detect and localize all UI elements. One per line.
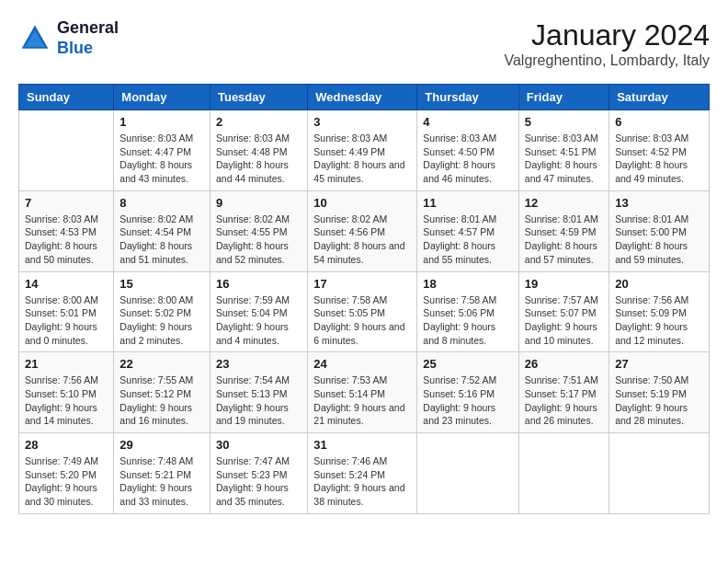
calendar-day-cell: 25 Sunrise: 7:52 AMSunset: 5:16 PMDaylig… (417, 352, 519, 433)
day-number: 18 (423, 277, 513, 291)
day-number: 12 (525, 196, 603, 210)
calendar-day-cell: 8 Sunrise: 8:02 AMSunset: 4:54 PMDayligh… (114, 190, 210, 271)
day-number: 13 (615, 196, 703, 210)
day-number: 2 (216, 115, 301, 129)
calendar-day-cell: 27 Sunrise: 7:50 AMSunset: 5:19 PMDaylig… (609, 352, 710, 433)
day-number: 26 (525, 357, 603, 371)
day-info: Sunrise: 7:59 AMSunset: 5:04 PMDaylight:… (216, 293, 301, 348)
day-info: Sunrise: 8:01 AMSunset: 4:59 PMDaylight:… (525, 213, 603, 267)
calendar-week-row: 28 Sunrise: 7:49 AMSunset: 5:20 PMDaylig… (19, 433, 710, 514)
calendar-day-cell: 13 Sunrise: 8:01 AMSunset: 5:00 PMDaylig… (609, 190, 710, 271)
day-number: 22 (119, 357, 204, 371)
day-info: Sunrise: 8:03 AMSunset: 4:51 PMDaylight:… (525, 132, 603, 186)
day-info: Sunrise: 7:48 AMSunset: 5:21 PMDaylight:… (119, 454, 204, 509)
day-number: 27 (615, 357, 703, 371)
calendar-day-cell: 11 Sunrise: 8:01 AMSunset: 4:57 PMDaylig… (417, 190, 519, 271)
day-number: 24 (313, 357, 411, 371)
day-info: Sunrise: 7:50 AMSunset: 5:19 PMDaylight:… (615, 373, 703, 428)
header-friday: Friday (518, 85, 609, 110)
calendar-week-row: 1 Sunrise: 8:03 AMSunset: 4:47 PMDayligh… (19, 110, 710, 191)
day-info: Sunrise: 7:57 AMSunset: 5:07 PMDaylight:… (525, 293, 603, 348)
page-title: January 2024 (504, 18, 710, 52)
day-info: Sunrise: 8:00 AMSunset: 5:01 PMDaylight:… (25, 293, 108, 348)
calendar-day-cell (19, 110, 114, 191)
day-number: 1 (119, 115, 204, 129)
day-number: 29 (119, 438, 204, 452)
calendar-day-cell: 16 Sunrise: 7:59 AMSunset: 5:04 PMDaylig… (210, 271, 307, 352)
day-number: 17 (313, 277, 411, 291)
logo-text: General Blue (57, 18, 119, 58)
day-info: Sunrise: 7:49 AMSunset: 5:20 PMDaylight:… (25, 454, 108, 509)
day-info: Sunrise: 8:03 AMSunset: 4:53 PMDaylight:… (25, 213, 108, 267)
calendar-day-cell: 14 Sunrise: 8:00 AMSunset: 5:01 PMDaylig… (19, 271, 114, 352)
calendar-day-cell: 9 Sunrise: 8:02 AMSunset: 4:55 PMDayligh… (210, 190, 307, 271)
title-block: January 2024 Valgreghentino, Lombardy, I… (504, 18, 710, 69)
header-monday: Monday (114, 85, 210, 110)
day-number: 25 (423, 357, 513, 371)
calendar-day-cell: 18 Sunrise: 7:58 AMSunset: 5:06 PMDaylig… (417, 271, 519, 352)
logo-line2: Blue (57, 39, 93, 57)
day-info: Sunrise: 8:02 AMSunset: 4:56 PMDaylight:… (313, 213, 411, 267)
calendar-day-cell (609, 433, 710, 514)
day-info: Sunrise: 8:03 AMSunset: 4:47 PMDaylight:… (119, 132, 204, 186)
day-number: 8 (119, 196, 204, 210)
day-info: Sunrise: 7:58 AMSunset: 5:05 PMDaylight:… (313, 293, 411, 348)
weekday-header-row: Sunday Monday Tuesday Wednesday Thursday… (19, 85, 710, 110)
calendar-day-cell: 23 Sunrise: 7:54 AMSunset: 5:13 PMDaylig… (210, 352, 307, 433)
calendar-day-cell: 30 Sunrise: 7:47 AMSunset: 5:23 PMDaylig… (210, 433, 307, 514)
calendar-day-cell: 26 Sunrise: 7:51 AMSunset: 5:17 PMDaylig… (518, 352, 609, 433)
calendar-week-row: 7 Sunrise: 8:03 AMSunset: 4:53 PMDayligh… (19, 190, 710, 271)
day-info: Sunrise: 8:03 AMSunset: 4:50 PMDaylight:… (423, 132, 513, 186)
page-header: General Blue January 2024 Valgreghentino… (18, 18, 710, 69)
header-saturday: Saturday (609, 85, 710, 110)
calendar-day-cell: 24 Sunrise: 7:53 AMSunset: 5:14 PMDaylig… (308, 352, 417, 433)
calendar-day-cell: 19 Sunrise: 7:57 AMSunset: 5:07 PMDaylig… (518, 271, 609, 352)
calendar-week-row: 21 Sunrise: 7:56 AMSunset: 5:10 PMDaylig… (19, 352, 710, 433)
day-number: 20 (615, 277, 703, 291)
day-info: Sunrise: 8:03 AMSunset: 4:49 PMDaylight:… (313, 132, 411, 186)
calendar-day-cell: 12 Sunrise: 8:01 AMSunset: 4:59 PMDaylig… (518, 190, 609, 271)
day-number: 11 (423, 196, 513, 210)
day-number: 16 (216, 277, 301, 291)
day-number: 31 (313, 438, 411, 452)
day-number: 15 (119, 277, 204, 291)
day-number: 3 (313, 115, 411, 129)
calendar-day-cell: 31 Sunrise: 7:46 AMSunset: 5:24 PMDaylig… (308, 433, 417, 514)
day-number: 19 (525, 277, 603, 291)
header-sunday: Sunday (19, 85, 114, 110)
logo: General Blue (18, 18, 119, 58)
calendar-day-cell: 10 Sunrise: 8:02 AMSunset: 4:56 PMDaylig… (308, 190, 417, 271)
day-info: Sunrise: 7:56 AMSunset: 5:10 PMDaylight:… (25, 373, 108, 428)
calendar-day-cell: 29 Sunrise: 7:48 AMSunset: 5:21 PMDaylig… (114, 433, 210, 514)
day-number: 14 (25, 277, 108, 291)
day-number: 30 (216, 438, 301, 452)
calendar-day-cell: 17 Sunrise: 7:58 AMSunset: 5:05 PMDaylig… (308, 271, 417, 352)
calendar-day-cell: 21 Sunrise: 7:56 AMSunset: 5:10 PMDaylig… (19, 352, 114, 433)
day-number: 9 (216, 196, 301, 210)
day-info: Sunrise: 8:02 AMSunset: 4:54 PMDaylight:… (119, 213, 204, 267)
day-info: Sunrise: 7:46 AMSunset: 5:24 PMDaylight:… (313, 454, 411, 509)
day-info: Sunrise: 7:47 AMSunset: 5:23 PMDaylight:… (216, 454, 301, 509)
calendar-table: Sunday Monday Tuesday Wednesday Thursday… (18, 84, 710, 514)
day-number: 5 (525, 115, 603, 129)
day-info: Sunrise: 8:03 AMSunset: 4:52 PMDaylight:… (615, 132, 703, 186)
header-wednesday: Wednesday (308, 85, 417, 110)
page-subtitle: Valgreghentino, Lombardy, Italy (504, 52, 710, 69)
day-info: Sunrise: 8:02 AMSunset: 4:55 PMDaylight:… (216, 213, 301, 267)
day-info: Sunrise: 8:01 AMSunset: 4:57 PMDaylight:… (423, 213, 513, 267)
day-info: Sunrise: 8:03 AMSunset: 4:48 PMDaylight:… (216, 132, 301, 186)
calendar-day-cell: 3 Sunrise: 8:03 AMSunset: 4:49 PMDayligh… (308, 110, 417, 191)
day-number: 10 (313, 196, 411, 210)
calendar-day-cell: 28 Sunrise: 7:49 AMSunset: 5:20 PMDaylig… (19, 433, 114, 514)
header-tuesday: Tuesday (210, 85, 307, 110)
calendar-day-cell: 15 Sunrise: 8:00 AMSunset: 5:02 PMDaylig… (114, 271, 210, 352)
day-info: Sunrise: 7:55 AMSunset: 5:12 PMDaylight:… (119, 373, 204, 428)
calendar-day-cell: 6 Sunrise: 8:03 AMSunset: 4:52 PMDayligh… (609, 110, 710, 191)
day-info: Sunrise: 7:51 AMSunset: 5:17 PMDaylight:… (525, 373, 603, 428)
calendar-day-cell: 1 Sunrise: 8:03 AMSunset: 4:47 PMDayligh… (114, 110, 210, 191)
logo-icon (18, 22, 51, 55)
calendar-day-cell (518, 433, 609, 514)
day-number: 23 (216, 357, 301, 371)
day-info: Sunrise: 8:01 AMSunset: 5:00 PMDaylight:… (615, 213, 703, 267)
calendar-week-row: 14 Sunrise: 8:00 AMSunset: 5:01 PMDaylig… (19, 271, 710, 352)
